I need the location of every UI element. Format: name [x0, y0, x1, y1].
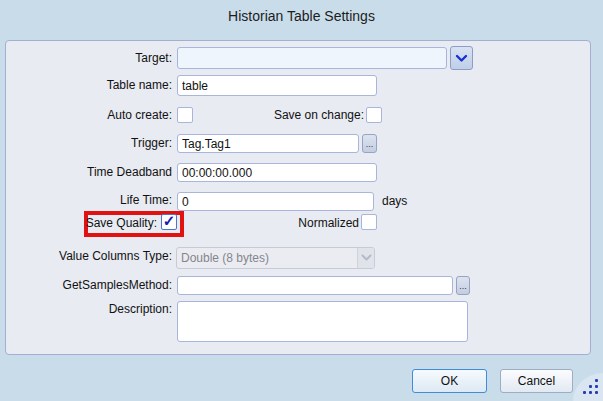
resize-grip-background [573, 373, 603, 401]
get-samples-method-label: GetSamplesMethod: [8, 275, 172, 295]
value-columns-type-dropdown-button [357, 248, 374, 268]
life-time-days-suffix: days [382, 191, 422, 211]
life-time-input[interactable] [177, 192, 374, 211]
table-name-input[interactable] [177, 75, 377, 96]
life-time-label: Life Time: [8, 190, 172, 210]
trigger-browse-button[interactable]: ... [362, 134, 377, 153]
ellipsis-icon: ... [459, 281, 467, 291]
time-deadband-input[interactable] [177, 163, 377, 182]
auto-create-checkbox[interactable] [177, 107, 193, 123]
value-columns-type-combobox: Double (8 bytes) [176, 247, 375, 269]
description-label: Description: [8, 299, 172, 319]
auto-create-label: Auto create: [8, 105, 172, 125]
target-label: Target: [8, 48, 172, 68]
time-deadband-label: Time Deadband [8, 162, 172, 182]
value-columns-type-label: Value Columns Type: [8, 246, 172, 266]
table-name-label: Table name: [8, 75, 172, 95]
ellipsis-icon: ... [366, 139, 374, 149]
get-samples-method-browse-button[interactable]: ... [456, 276, 470, 295]
cancel-button[interactable]: Cancel [500, 369, 573, 393]
ok-button[interactable]: OK [412, 369, 487, 393]
trigger-label: Trigger: [8, 133, 172, 153]
normalized-label: Normalized [200, 213, 359, 233]
save-quality-label: Save Quality: [8, 213, 157, 233]
trigger-input[interactable] [177, 134, 359, 153]
chevron-down-icon [361, 254, 372, 262]
save-on-change-label: Save on change: [200, 105, 364, 125]
get-samples-method-input[interactable] [177, 276, 453, 295]
normalized-checkbox[interactable] [361, 214, 377, 230]
save-on-change-checkbox[interactable] [366, 107, 382, 123]
value-columns-type-value: Double (8 bytes) [177, 251, 357, 265]
checkmark-icon: ✓ [163, 214, 176, 228]
historian-table-settings-dialog: Historian Table Settings Target: Table n… [0, 0, 603, 401]
chevron-down-icon [455, 54, 468, 63]
target-dropdown-button[interactable] [450, 46, 473, 70]
dialog-title: Historian Table Settings [0, 8, 603, 24]
target-input[interactable] [177, 47, 447, 69]
save-quality-checkbox[interactable]: ✓ [161, 214, 177, 230]
description-textarea[interactable] [177, 301, 468, 342]
